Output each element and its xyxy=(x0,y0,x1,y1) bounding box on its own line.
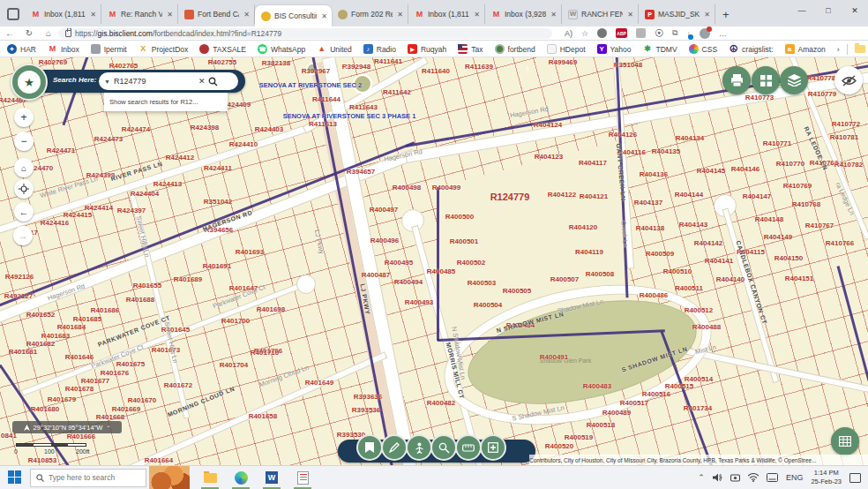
settings-menu-icon[interactable]: … xyxy=(719,29,727,38)
favorite-amazon[interactable]: aAmazon xyxy=(785,44,826,54)
map-canvas[interactable]: R402769R402765R402755R382138R392967R3929… xyxy=(0,57,868,465)
onedrive-icon[interactable] xyxy=(730,473,740,483)
parcel-label[interactable]: R124779 xyxy=(490,192,530,202)
favorite-tdmv[interactable]: ✱TDMV xyxy=(643,44,677,54)
home-extent-button[interactable]: ⌂ xyxy=(14,158,34,177)
refresh-icon[interactable]: ↻ xyxy=(19,28,39,38)
favorite-css[interactable]: CSS xyxy=(689,44,717,54)
favorites-overflow-icon[interactable]: › xyxy=(837,45,840,54)
profile-avatar[interactable] xyxy=(700,28,710,39)
clock[interactable]: 1:14 PM 25-Feb-23 xyxy=(811,469,842,486)
minimize-button[interactable]: — xyxy=(789,0,815,21)
browser-tab[interactable]: MInbox (3,928) -✕ xyxy=(485,4,562,24)
street-view-tool[interactable] xyxy=(406,434,432,461)
action-center-icon[interactable] xyxy=(849,473,861,483)
attribute-table-button[interactable] xyxy=(831,427,859,455)
identify-tool[interactable] xyxy=(430,434,457,461)
tab-close-icon[interactable]: ✕ xyxy=(320,11,328,21)
file-explorer-app[interactable] xyxy=(199,466,221,489)
browser-tab[interactable]: WRANCH FENC✕ xyxy=(562,4,639,24)
browser-tab[interactable]: Fort Bend CAD✕ xyxy=(178,4,255,24)
favorite-har[interactable]: ✦HAR xyxy=(7,44,36,54)
next-extent-button[interactable]: → xyxy=(13,226,33,245)
new-tab-button[interactable]: + xyxy=(722,8,730,21)
browser-tab[interactable]: MRe: Ranch Viny✕ xyxy=(101,4,178,24)
toolbar-next-icon[interactable]: › xyxy=(526,62,529,74)
tray-expand-icon[interactable]: ⌃ xyxy=(698,473,705,482)
clear-search-icon[interactable]: ✕ xyxy=(198,77,206,86)
adblock-icon[interactable]: ABP xyxy=(616,28,627,38)
back-icon[interactable]: ← xyxy=(0,28,19,38)
language-indicator[interactable]: ENG xyxy=(786,473,804,482)
browser-tab[interactable]: BIS Consulting✕ xyxy=(255,5,332,26)
close-button[interactable]: ✕ xyxy=(842,0,868,21)
chevron-down-icon[interactable]: ▼ xyxy=(104,79,110,85)
previous-extent-button[interactable]: ← xyxy=(14,202,34,222)
favorite-hdepot[interactable]: HDepot xyxy=(547,44,586,54)
measure-tool[interactable] xyxy=(455,434,482,461)
favorite-craigslist[interactable]: ☮craigslist: xyxy=(729,44,773,54)
search-highlight-image[interactable] xyxy=(149,466,190,489)
home-icon[interactable]: ⌂ xyxy=(39,28,58,38)
layers-button[interactable] xyxy=(780,66,808,94)
start-button[interactable] xyxy=(8,470,22,485)
favorite-ruqyah[interactable]: ▶Ruqyah xyxy=(408,44,446,54)
tab-close-icon[interactable]: ✕ xyxy=(243,10,251,19)
search-suggestion[interactable]: Show search results for R12... xyxy=(104,93,228,111)
bookmarks-tool[interactable] xyxy=(356,434,383,461)
touch-keyboard-icon[interactable] xyxy=(767,473,778,482)
favorite-inbox[interactable]: MInbox xyxy=(48,44,79,54)
notes-app[interactable] xyxy=(292,466,313,489)
tab-close-icon[interactable]: ✕ xyxy=(396,10,404,19)
search-input[interactable] xyxy=(114,77,195,86)
tab-close-icon[interactable]: ✕ xyxy=(166,10,174,19)
extension-icon[interactable] xyxy=(636,28,646,38)
toolbar-prev-icon[interactable]: ‹ xyxy=(344,62,348,74)
search-icon[interactable] xyxy=(208,77,218,87)
taskbar-search[interactable] xyxy=(30,469,146,487)
favorite-yahoo[interactable]: YYahoo xyxy=(597,44,632,54)
favorite-radio[interactable]: ♪Radio xyxy=(363,44,396,54)
browser-tab[interactable]: Form 202 Req✕ xyxy=(332,4,408,24)
favorite-taxsale[interactable]: TAXSALE xyxy=(199,44,246,54)
zoom-out-button[interactable]: − xyxy=(14,132,34,151)
tab-close-icon[interactable]: ✕ xyxy=(473,10,481,19)
favorite-projectdox[interactable]: XProjectDox xyxy=(138,44,189,54)
wifi-icon[interactable] xyxy=(748,473,759,482)
favorite-whatsapp[interactable]: ☎WhatsApp xyxy=(258,44,305,54)
collections-icon[interactable]: ⧉ xyxy=(672,28,677,38)
tab-close-icon[interactable]: ✕ xyxy=(703,10,711,19)
coordinates-display[interactable]: 29°32'10"N 95°34'14"W ⌃ xyxy=(12,421,122,433)
basemap-gallery-button[interactable] xyxy=(752,66,780,94)
volume-icon[interactable] xyxy=(713,473,722,482)
hide-ui-button[interactable] xyxy=(834,66,863,94)
tab-close-icon[interactable]: ✕ xyxy=(626,10,634,19)
word-app[interactable]: W xyxy=(261,466,282,489)
add-data-tool[interactable] xyxy=(480,434,506,461)
favorite-ipermit[interactable]: Ipermit xyxy=(91,44,127,54)
zoom-in-button[interactable]: + xyxy=(14,108,34,127)
downloads-icon[interactable]: ↓ xyxy=(687,29,692,38)
tab-close-icon[interactable]: ✕ xyxy=(89,10,97,19)
favorite-united[interactable]: ▲United xyxy=(317,44,352,54)
edge-app[interactable] xyxy=(230,466,251,489)
browser-tab[interactable]: PMASJID_SKET✕ xyxy=(639,4,715,24)
maximize-button[interactable]: □ xyxy=(815,0,842,21)
draw-tool[interactable] xyxy=(381,434,408,461)
tab-search-icon[interactable] xyxy=(7,8,19,20)
other-favorites-button[interactable]: Other favorites xyxy=(855,45,868,54)
app-logo[interactable]: ★ xyxy=(11,64,48,101)
taskbar-search-input[interactable] xyxy=(49,473,137,482)
favorite-star-icon[interactable]: ☆ xyxy=(581,29,588,38)
read-aloud-icon[interactable]: A) xyxy=(565,29,572,38)
browser-tab[interactable]: MInbox (1,811)✕ xyxy=(408,4,485,24)
favorite-tax[interactable]: Tax xyxy=(458,44,483,54)
favorite-fortbend[interactable]: fortbend xyxy=(495,44,535,54)
tab-close-icon[interactable]: ✕ xyxy=(550,10,557,19)
extension-icon[interactable]: ⦿ xyxy=(655,28,663,38)
print-button[interactable] xyxy=(722,66,751,94)
extension-icon[interactable] xyxy=(597,28,607,38)
address-bar[interactable]: https://gis.bisclient.com/fortbendcad/in… xyxy=(58,28,552,39)
browser-tab[interactable]: MInbox (1,811) -✕ xyxy=(25,4,101,24)
locate-button[interactable] xyxy=(14,179,34,199)
